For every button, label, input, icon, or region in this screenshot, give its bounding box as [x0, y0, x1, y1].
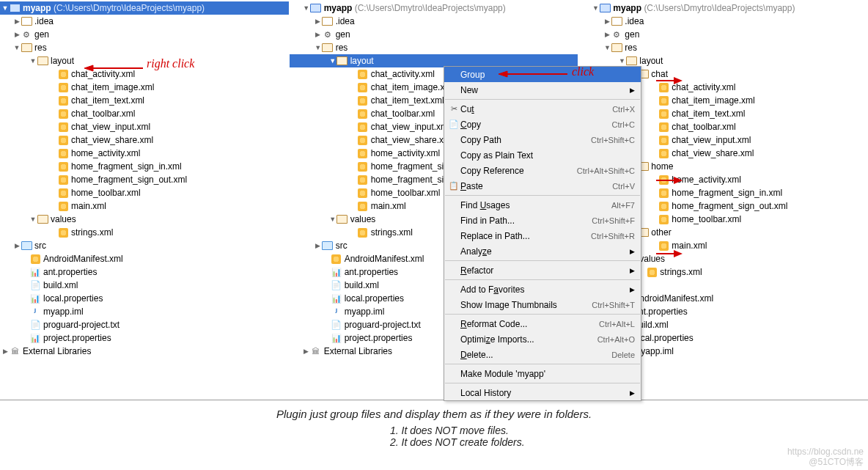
tree-file[interactable]: ·home_fragment_sign_out.xml: [0, 173, 289, 186]
caption-item: 1. It does NOT move files.: [287, 425, 581, 436]
project-root[interactable]: ▼ myapp (C:\Users\Dmytro\IdeaProjects\my…: [290, 1, 578, 15]
tree-file[interactable]: ·chat_view_input.xml: [0, 120, 289, 133]
tree-file[interactable]: ·chat_view_share.xml: [0, 133, 289, 147]
project-name: myapp: [23, 3, 51, 13]
tree-item-proguard[interactable]: ·proguard-project.txt: [0, 318, 289, 331]
project-icon: [599, 2, 611, 14]
menu-item-optimize[interactable]: Optimize Imports...Ctrl+Alt+O: [444, 331, 641, 347]
expand-arrow[interactable]: ▶: [13, 31, 21, 38]
tree-file[interactable]: ·chat_toolbar.xml: [0, 107, 289, 120]
tree-item-ant[interactable]: ·ant.properties: [0, 265, 289, 279]
folder-icon: [611, 15, 622, 27]
xml-icon: [357, 95, 369, 106]
menu-item-local-history[interactable]: Local History▶: [444, 385, 641, 400]
tree-item-gen[interactable]: ▶gen: [290, 28, 578, 41]
file-icon: [29, 266, 41, 278]
xml-icon: [57, 81, 69, 93]
tree-file[interactable]: ·home_toolbar.xml: [0, 186, 289, 199]
tree-item-src[interactable]: ▶src: [0, 239, 289, 252]
menu-item-cut[interactable]: ✂CutCtrl+X: [444, 101, 641, 117]
expand-arrow[interactable]: ▼: [29, 216, 37, 223]
tree-file[interactable]: ·chat_activity.xml: [0, 67, 289, 81]
tree-item-strings[interactable]: ·strings.xml: [0, 226, 289, 239]
file-icon: [29, 279, 41, 291]
tree-item-iml[interactable]: ·myapp.iml: [0, 305, 289, 318]
menu-item-refactor[interactable]: Refactor▶: [444, 262, 641, 278]
tree-item-build[interactable]: ·build.xml: [0, 279, 289, 292]
menu-item-group[interactable]: Group: [444, 67, 641, 82]
expand-arrow[interactable]: ▼: [1, 4, 9, 12]
menu-item-favorites[interactable]: Add to Favorites▶: [444, 282, 641, 297]
caption-text: Plugin just group files and display them…: [0, 408, 868, 420]
menu-item-reformat[interactable]: Reformat Code...Ctrl+Alt+L: [444, 316, 641, 331]
expand-arrow[interactable]: ▶: [13, 18, 21, 25]
folder-icon: [37, 213, 48, 225]
tree-item-res[interactable]: ▼res: [290, 41, 578, 54]
expand-arrow[interactable]: ▶: [1, 348, 9, 355]
menu-item-copy-ref[interactable]: Copy ReferenceCtrl+Alt+Shift+C: [444, 163, 641, 178]
submenu-arrow-icon: ▶: [630, 87, 635, 94]
menu-item-copy-plain[interactable]: Copy as Plain Text: [444, 147, 641, 163]
tree-item-res[interactable]: ▼res: [0, 41, 289, 54]
folder-icon: [322, 29, 334, 40]
menu-item-make-module[interactable]: Make Module 'myapp': [444, 366, 641, 381]
tree-item-manifest[interactable]: ·AndroidManifest.xml: [0, 252, 289, 265]
project-tree[interactable]: ▼ myapp (C:\Users\Dmytro\IdeaProjects\my…: [0, 0, 289, 358]
expand-arrow[interactable]: ▼: [29, 57, 37, 65]
project-path: (C:\Users\Dmytro\IdeaProjects\myapp): [54, 3, 205, 13]
tree-item-projprop[interactable]: ·project.properties: [0, 331, 289, 345]
xml-icon: [57, 147, 69, 159]
folder-icon: [21, 15, 32, 27]
menu-item-find-in-path[interactable]: Find in Path...Ctrl+Shift+F: [444, 213, 641, 228]
menu-item-delete[interactable]: Delete...Delete: [444, 347, 641, 362]
context-menu[interactable]: Group New▶ ✂CutCtrl+X 📄CopyCtrl+C Copy P…: [444, 66, 641, 401]
project-root[interactable]: ▼ myapp (C:\Users\Dmytro\IdeaProjects\my…: [0, 1, 289, 15]
menu-item-new[interactable]: New▶: [444, 82, 641, 98]
tree-file[interactable]: ·main.xml: [0, 199, 289, 213]
expand-arrow[interactable]: ▼: [303, 4, 310, 12]
xml-icon: [357, 187, 369, 199]
expand-arrow[interactable]: ▶: [13, 242, 21, 249]
menu-item-copy-path[interactable]: Copy PathCtrl+Shift+C: [444, 132, 641, 147]
folder-icon: [21, 29, 32, 40]
tree-file[interactable]: ·chat_item_image.xml: [0, 81, 289, 94]
xml-icon: [357, 81, 369, 93]
folder-icon: [21, 42, 32, 54]
project-root[interactable]: ▼ myapp (C:\Users\Dmytro\IdeaProjects\my…: [578, 1, 867, 15]
tree-item-idea[interactable]: ▶.idea: [290, 15, 578, 28]
tree-item-layout[interactable]: ▼layout: [0, 54, 289, 67]
caption-item: 2. It does NOT create folders.: [287, 436, 581, 448]
menu-item-paste[interactable]: 📋PasteCtrl+V: [444, 178, 641, 194]
tree-item-external-libs[interactable]: ▶External Libraries: [0, 345, 289, 358]
xml-icon: [357, 161, 369, 172]
tree-file[interactable]: ·chat_item_text.xml: [0, 94, 289, 107]
tree-item-res[interactable]: ▼res: [578, 41, 867, 54]
menu-item-thumbnails[interactable]: Show Image ThumbnailsCtrl+Shift+T: [444, 297, 641, 312]
xml-icon: [357, 121, 369, 133]
xml-icon: [357, 174, 369, 186]
folder-icon: [21, 240, 32, 251]
folder-icon: [625, 55, 637, 67]
xml-icon: [57, 108, 69, 120]
tree-item-idea[interactable]: ▶.idea: [0, 15, 289, 28]
xml-icon: [658, 240, 669, 251]
tree-item-local[interactable]: ·local.properties: [0, 292, 289, 305]
xml-icon: [57, 95, 69, 106]
watermark: @51CTO博客: [809, 456, 864, 469]
menu-item-copy[interactable]: 📄CopyCtrl+C: [444, 117, 641, 132]
tree-item-gen[interactable]: ▶gen: [0, 28, 289, 41]
tree-item-idea[interactable]: ▶.idea: [578, 15, 867, 28]
menu-item-analyze[interactable]: Analyze▶: [444, 243, 641, 259]
project-name: myapp: [324, 3, 353, 13]
tree-file[interactable]: ·home_activity.xml: [0, 147, 289, 160]
tree-item-gen[interactable]: ▶gen: [578, 28, 867, 41]
expand-arrow[interactable]: ▼: [13, 44, 21, 51]
tree-file[interactable]: ·home_fragment_sign_in.xml: [0, 160, 289, 173]
submenu-arrow-icon: ▶: [630, 389, 635, 397]
tree-item-values[interactable]: ▼values: [0, 213, 289, 226]
menu-item-find-usages[interactable]: Find UsagesAlt+F7: [444, 197, 641, 213]
file-icon: [29, 332, 41, 344]
divider: [0, 400, 868, 400]
menu-item-replace-in-path[interactable]: Replace in Path...Ctrl+Shift+R: [444, 228, 641, 243]
file-icon: [331, 266, 342, 278]
